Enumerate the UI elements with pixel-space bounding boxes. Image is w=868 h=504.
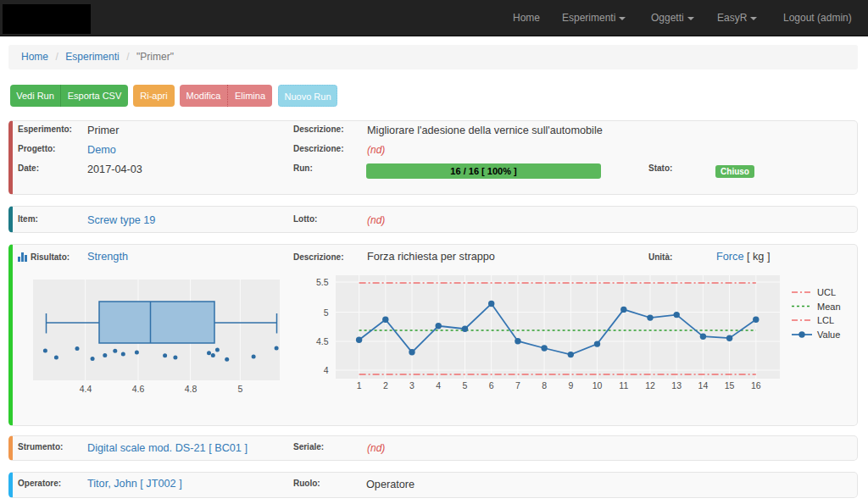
svg-text:14: 14 <box>698 380 709 390</box>
svg-text:UCL: UCL <box>817 287 836 297</box>
svg-text:16: 16 <box>751 380 761 390</box>
svg-text:4: 4 <box>436 380 441 390</box>
svg-text:11: 11 <box>619 380 628 390</box>
svg-text:LCL: LCL <box>817 315 834 325</box>
svg-text:4: 4 <box>324 365 329 375</box>
svg-text:1: 1 <box>357 380 362 390</box>
svg-text:15: 15 <box>725 380 735 390</box>
svg-text:4.4: 4.4 <box>80 384 92 394</box>
svg-text:6: 6 <box>489 380 494 390</box>
svg-text:4.6: 4.6 <box>132 384 145 394</box>
svg-text:Value: Value <box>817 330 840 340</box>
svg-text:5: 5 <box>238 384 243 394</box>
svg-text:4.5: 4.5 <box>316 336 329 346</box>
svg-text:4.8: 4.8 <box>185 384 198 394</box>
svg-text:10: 10 <box>593 380 603 390</box>
svg-text:9: 9 <box>568 380 573 390</box>
svg-text:12: 12 <box>645 380 655 390</box>
svg-text:5.5: 5.5 <box>316 277 329 287</box>
svg-text:5: 5 <box>324 307 329 318</box>
svg-text:7: 7 <box>515 380 520 390</box>
svg-text:2: 2 <box>383 380 388 390</box>
svg-text:3: 3 <box>409 380 415 390</box>
svg-text:13: 13 <box>671 380 682 390</box>
svg-text:8: 8 <box>542 380 547 390</box>
svg-text:5: 5 <box>463 380 468 390</box>
svg-text:Mean: Mean <box>817 302 841 312</box>
